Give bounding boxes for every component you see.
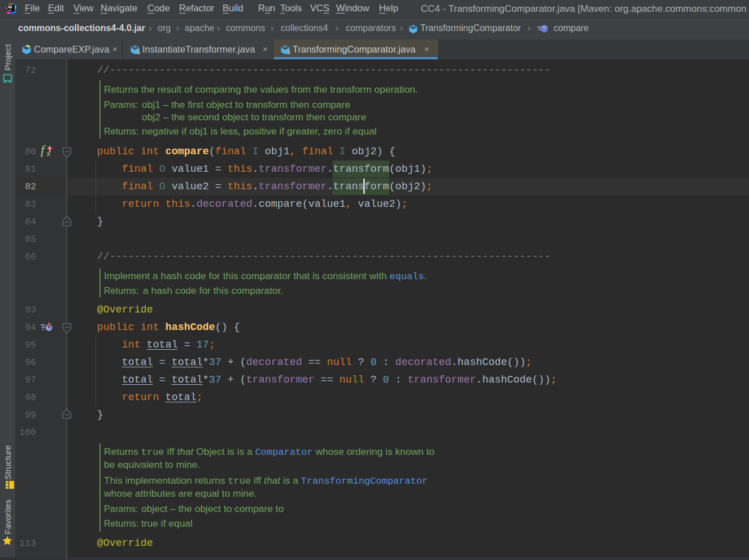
- svg-text:f: f: [41, 142, 46, 157]
